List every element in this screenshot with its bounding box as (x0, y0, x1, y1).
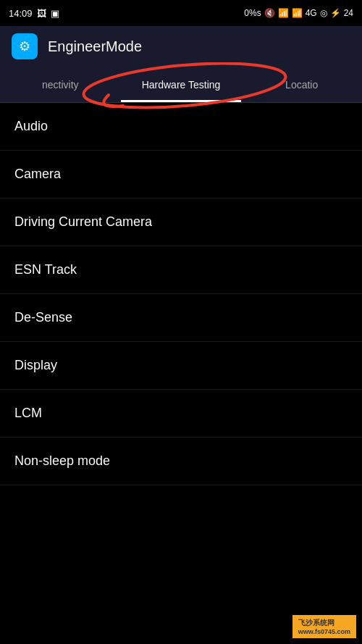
notification-icon: ▣ (51, 8, 59, 19)
list-container: Audio Camera Driving Current Camera ESN … (0, 103, 362, 485)
status-time: 14:09 (9, 8, 33, 19)
list-item-driving-current-camera[interactable]: Driving Current Camera (0, 198, 362, 246)
photo-icon: 🖼 (37, 8, 46, 19)
tab-hardware-testing-label: Hardware Testing (142, 79, 221, 91)
tab-hardware-testing[interactable]: Hardware Testing (121, 67, 242, 102)
tab-location-label: Locatio (285, 79, 318, 91)
list-item-display-label: Display (14, 358, 57, 373)
battery-level: 24 (344, 8, 353, 18)
list-item-audio[interactable]: Audio (0, 103, 362, 151)
watermark: 飞沙系统网 www.fs0745.com (292, 615, 356, 638)
tab-connectivity-label: nectivity (42, 79, 79, 91)
tab-bar: nectivity Hardware Testing Locatio (0, 67, 362, 103)
charge-icon: ⚡ (330, 8, 341, 18)
list-item-esn-track-label: ESN Track (14, 262, 77, 277)
mute-icon: 🔇 (264, 8, 275, 18)
list-item-esn-track[interactable]: ESN Track (0, 246, 362, 294)
list-item-de-sense-label: De-Sense (14, 310, 72, 325)
app-title: EngineerMode (48, 38, 142, 55)
list-item-camera[interactable]: Camera (0, 151, 362, 198)
app-icon: ⚙ (12, 33, 38, 59)
tab-location[interactable]: Locatio (241, 67, 362, 102)
list-item-display[interactable]: Display (0, 342, 362, 390)
tab-connectivity[interactable]: nectivity (0, 67, 121, 102)
status-bar-right: 0%s 🔇 📶 📶 4G ◎ ⚡ 24 (244, 8, 353, 18)
list-item-de-sense[interactable]: De-Sense (0, 294, 362, 342)
watermark-site: 飞沙系统网 (298, 618, 350, 628)
data-icon: 0%s (244, 8, 261, 18)
list-item-driving-current-camera-label: Driving Current Camera (14, 214, 152, 230)
list-item-lcm-label: LCM (14, 406, 42, 421)
location-icon: ◎ (320, 8, 327, 18)
4g-icon: 4G (306, 8, 317, 18)
signal-icon: 📶 (292, 8, 303, 18)
list-item-non-sleep-mode[interactable]: Non-sleep mode (0, 438, 362, 485)
list-item-camera-label: Camera (14, 167, 61, 182)
list-item-non-sleep-mode-label: Non-sleep mode (14, 453, 110, 469)
list-item-lcm[interactable]: LCM (0, 390, 362, 438)
status-bar: 14:09 🖼 ▣ 0%s 🔇 📶 📶 4G ◎ ⚡ 24 (0, 0, 362, 26)
watermark-url: www.fs0745.com (298, 628, 350, 635)
wifi-icon: 📶 (278, 8, 289, 18)
app-bar: ⚙ EngineerMode (0, 26, 362, 67)
app-icon-symbol: ⚙ (19, 38, 30, 54)
status-bar-left: 14:09 🖼 ▣ (9, 8, 59, 19)
list-item-audio-label: Audio (14, 119, 48, 134)
